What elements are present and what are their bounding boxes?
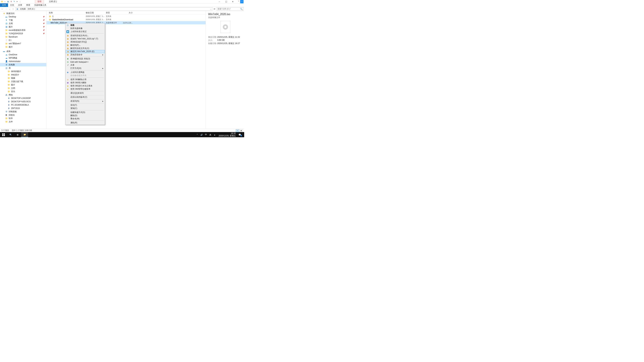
- tree-pc4[interactable]: 🖥ZMT2019: [0, 107, 46, 110]
- tree-gdrive[interactable]: ⌷G:\: [0, 38, 46, 42]
- ribbon-collapse-icon[interactable]: ⌃: [237, 0, 240, 3]
- tree-files[interactable]: 📁文件: [0, 120, 46, 123]
- tree-library[interactable]: ▥库: [0, 66, 46, 70]
- back-button[interactable]: ←: [1, 7, 4, 11]
- ctx-open360[interactable]: ▦用360压缩打开(Q): [66, 40, 104, 43]
- search-icon[interactable]: 🔍: [240, 8, 243, 10]
- tree-recycle[interactable]: 🗑回收站: [0, 113, 46, 117]
- security-icon[interactable]: ▴: [213, 134, 216, 136]
- ctx-youdao[interactable]: ▣上传到有道云笔记: [66, 30, 104, 33]
- tree-music[interactable]: 📁音乐: [0, 90, 46, 93]
- ctx-extractfolder[interactable]: ▦解压到 Win7x64_2020\ (E): [66, 50, 104, 53]
- chevron-right-icon[interactable]: ›: [36, 8, 36, 10]
- tab-disc-tools[interactable]: 光盘映像工具: [32, 3, 48, 7]
- tree-desktop-cn[interactable]: ▬桌面: [0, 50, 46, 53]
- details-mod-val[interactable]: 2020/12/25, 星期五 11:32: [217, 36, 242, 38]
- search-button[interactable]: 🔍: [7, 132, 14, 137]
- tray-overflow-icon[interactable]: ⌃: [196, 134, 199, 136]
- col-date[interactable]: 修改日期: [86, 11, 106, 14]
- contextual-tab-manage[interactable]: 管理: [35, 0, 44, 3]
- tree-bandicam[interactable]: 📁Bandicam: [0, 35, 46, 38]
- col-size[interactable]: 大小: [122, 11, 133, 14]
- address-bar[interactable]: 🖥 › 此电脑 › 文档 (E:) › ⌄: [16, 7, 212, 11]
- tree-pc1[interactable]: 🖥DESKTOP-LSSOEDP: [0, 96, 46, 100]
- ctx-burn[interactable]: 刻录光盘映像: [66, 27, 104, 30]
- action-center-icon[interactable]: 💬: [238, 134, 241, 136]
- ctx-shortcut[interactable]: 创建快捷方式(S): [66, 111, 104, 114]
- start-button[interactable]: [0, 132, 7, 137]
- tree-excel[interactable]: 📁excel表格制作求和📌: [0, 28, 46, 32]
- details-view-button[interactable]: ≡: [236, 129, 239, 132]
- ctx-mount[interactable]: 💿装载: [66, 24, 104, 27]
- ctx-npp[interactable]: ▤Edit with Notepad++: [66, 60, 104, 63]
- qat-properties-icon[interactable]: ▫: [4, 0, 6, 3]
- explorer-taskbar-button[interactable]: 📁: [21, 132, 28, 137]
- ctx-addarchive[interactable]: ▦添加到压缩文件(A)...: [66, 34, 104, 37]
- tree-downloads[interactable]: ⬇下载📌: [0, 18, 46, 22]
- tree-pictures[interactable]: ▦图片📌: [0, 25, 46, 28]
- tree-pc2[interactable]: 🖥DESKTOP-NJEU3CG: [0, 100, 46, 103]
- ctx-cut[interactable]: 剪切(T): [66, 104, 104, 107]
- recent-dropdown-icon[interactable]: ⌄: [9, 7, 11, 11]
- clock[interactable]: 16:32 2020/12/25, 星期五: [218, 132, 237, 137]
- tree-pictures2[interactable]: 📁图片: [0, 45, 46, 49]
- tree-network[interactable]: 🖧网络: [0, 93, 46, 96]
- ctx-sendto[interactable]: 发送到(N)▶: [66, 99, 104, 103]
- qat-dropdown-icon[interactable]: ▾: [16, 0, 18, 3]
- ctx-trojan[interactable]: ◉使用 360进行木马云查杀: [66, 84, 104, 87]
- tab-view[interactable]: 查看: [24, 3, 32, 7]
- ctx-forcedel[interactable]: ▦使用 360强力删除: [66, 81, 104, 84]
- tree-saved-pics[interactable]: 📁保存的图片: [0, 70, 46, 73]
- column-headers[interactable]: 名称 修改日期 类型 大小: [46, 11, 206, 15]
- ctx-rename[interactable]: 重命名(M): [66, 117, 104, 120]
- ime-indicator[interactable]: 中: [204, 133, 208, 136]
- ctx-copy[interactable]: 复制(C): [66, 107, 104, 110]
- tree-pics3[interactable]: 📁图片: [0, 83, 46, 86]
- ctx-extractto[interactable]: ▦解压到(F)...: [66, 43, 104, 47]
- ctx-props[interactable]: 属性(R): [66, 121, 104, 124]
- ctx-delete[interactable]: 删除(D): [66, 114, 104, 117]
- tree-software[interactable]: 📁软件: [0, 117, 46, 120]
- col-name[interactable]: 名称: [49, 11, 86, 14]
- ctx-manage360[interactable]: ◉使用 360管理右键菜单: [66, 87, 104, 91]
- ctx-share[interactable]: ↗共享: [66, 63, 104, 67]
- qat-delete-icon[interactable]: ✕: [10, 0, 12, 3]
- tree-wps[interactable]: ☁WPS网盘: [0, 56, 46, 60]
- volume-icon[interactable]: 🔊: [200, 134, 203, 136]
- tab-share[interactable]: 共享: [16, 3, 24, 7]
- details-create-val[interactable]: 2020/12/25, 星期五 16:27: [217, 42, 242, 45]
- ctx-baidu[interactable]: ◉上传到百度网盘: [66, 71, 104, 74]
- ctx-unlock360[interactable]: ◎使用 360解除占用: [66, 78, 104, 81]
- breadcrumb-root[interactable]: 此电脑: [20, 8, 26, 10]
- tree-desktop[interactable]: ▬Desktop📌: [0, 15, 46, 18]
- address-dropdown-icon[interactable]: ⌄: [210, 8, 212, 10]
- col-type[interactable]: 类型: [106, 11, 122, 14]
- tree-ctrlpanel[interactable]: ⚙控制面板: [0, 110, 46, 113]
- breadcrumb-drive[interactable]: 文档 (E:): [28, 8, 35, 10]
- maximize-button[interactable]: ▢: [223, 0, 230, 3]
- tree-tianyi[interactable]: 📁天翼云盘下载: [0, 80, 46, 83]
- qat-new-icon[interactable]: ▤: [7, 0, 10, 3]
- tree-docs3[interactable]: 📁文档: [0, 86, 46, 90]
- chevron-right-icon[interactable]: ›: [26, 8, 27, 10]
- refresh-button[interactable]: ⟳: [213, 8, 216, 10]
- network-icon[interactable]: 🖧: [209, 134, 212, 136]
- tree-documents[interactable]: ▤文档📌: [0, 22, 46, 25]
- file-row[interactable]: 📁12020/12/15, 星期二 1...文件夹: [46, 15, 206, 18]
- ctx-addzip[interactable]: ▦添加到 "Win7x64_2020.zip" (T): [66, 37, 104, 40]
- navigation-tree[interactable]: ★快速访问 ▬Desktop📌 ⬇下载📌 ▤文档📌 ▦图片📌 📁excel表格制…: [0, 11, 46, 132]
- tree-yunqishi[interactable]: 📁YUNQISHI2019📌: [0, 32, 46, 35]
- tree-onedrive[interactable]: ☁OneDrive: [0, 53, 46, 56]
- ctx-openwith[interactable]: 打开方式(H)▶: [66, 67, 104, 70]
- ctx-restore[interactable]: 还原以前的版本(V): [66, 95, 104, 99]
- ctx-bee[interactable]: ◆用 蜂蜜浏览器 浏览(3): [66, 57, 104, 60]
- tab-home[interactable]: 主页: [8, 3, 16, 7]
- chevron-right-icon[interactable]: ›: [19, 8, 20, 10]
- qat-undo-icon[interactable]: ↷: [13, 0, 16, 3]
- up-button[interactable]: ↑: [12, 7, 15, 11]
- minimize-button[interactable]: ─: [216, 0, 223, 3]
- ctx-qqsend[interactable]: 通过QQ发送到: [66, 91, 104, 95]
- tree-quick-access[interactable]: ★快速访问: [0, 12, 46, 15]
- help-button[interactable]: ?: [240, 0, 244, 3]
- file-row[interactable]: 📁BaiduNetdiskDownload2020/12/25, 星期五 1..…: [46, 18, 206, 21]
